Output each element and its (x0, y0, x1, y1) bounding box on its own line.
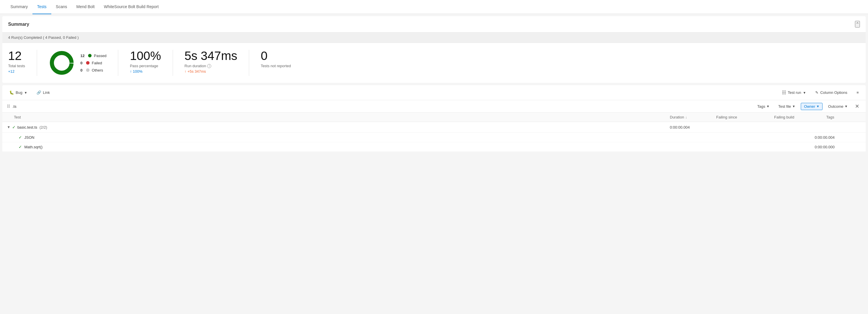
total-tests-number: 12 (8, 50, 25, 62)
test-group-0: ▼ ✓ basic.test.ts (2/2) 0:00:00.004 ✓ JS… (2, 122, 866, 152)
filter-bar: ☷ .ts Tags ▼ Test file ▼ Owner ▼ Outcome (2, 100, 866, 113)
expand-icon: ▼ (7, 125, 10, 129)
pass-percentage-block: 100% Pass percentage ↑ 100% (121, 50, 170, 76)
column-headers: Test Duration ↓ Failing since Failing bu… (2, 113, 866, 122)
row-duration-0: 0:00:00.004 (815, 135, 861, 139)
test-file-filter-button[interactable]: Test file ▼ (775, 103, 799, 110)
group-pass-icon: ✓ (12, 125, 16, 129)
bug-button[interactable]: 🐛 Bug ▼ (7, 89, 30, 96)
filter-right: Tags ▼ Test file ▼ Owner ▼ Outcome ▼ ✕ (754, 102, 861, 110)
col-header-tags: Tags (826, 115, 861, 119)
test-row-0: ✓ JSON 0:00:00.004 (2, 133, 866, 142)
not-reported-value: 0 (261, 50, 291, 62)
legend-others: 0 Others (81, 68, 106, 72)
pass-trend: ↑ 100% (130, 69, 161, 73)
nav-whitesource[interactable]: WhiteSource Bolt Build Report (99, 0, 163, 14)
donut-chart-block: 12 Passed 0 Failed 0 Others (39, 50, 116, 76)
stats-row: 12 Total tests +12 12 Pa (2, 43, 866, 83)
column-options-button[interactable]: ✎ Column Options (813, 89, 849, 96)
not-reported-label: Tests not reported (261, 64, 291, 68)
tags-filter-button[interactable]: Tags ▼ (754, 103, 773, 110)
col-header-test: Test (14, 115, 670, 119)
test-run-chevron-icon: ▼ (803, 91, 806, 94)
summary-section: Summary ⌃ 4 Run(s) Completed ( 4 Passed,… (2, 16, 866, 83)
not-reported-block: 0 Tests not reported (251, 50, 300, 76)
row-name-1: Math.sqrt() (24, 145, 815, 149)
outcome-filter-button[interactable]: Outcome ▼ (825, 103, 851, 110)
divider-3 (173, 50, 173, 76)
divider-1 (37, 50, 37, 76)
summary-title: Summary (8, 22, 29, 27)
row-pass-icon-0: ✓ (19, 135, 22, 139)
col-header-failing-since: Failing since (716, 115, 774, 119)
duration-label: Run duration i (185, 64, 237, 68)
sort-icon: ↓ (685, 115, 687, 119)
filter-prefix-icon: ☷ (7, 104, 10, 108)
pass-percentage-label: Pass percentage (130, 64, 161, 68)
bug-icon: 🐛 (9, 90, 14, 95)
group-count: (2/2) (39, 125, 47, 129)
list-icon: ☷ (782, 90, 786, 95)
table-section: 🐛 Bug ▼ 🔗 Link ☷ Test run ▼ ✎ Column Opt (2, 85, 866, 152)
column-options-icon: ✎ (815, 90, 818, 95)
filter-icon: ≡ (857, 90, 859, 95)
owner-filter-button[interactable]: Owner ▼ (801, 103, 823, 110)
failed-dot (86, 61, 90, 65)
test-file-chevron-icon: ▼ (792, 104, 795, 108)
legend-failed: 0 Failed (81, 61, 106, 65)
row-duration-1: 0:00:00.000 (815, 145, 861, 149)
toolbar-right: ☷ Test run ▼ ✎ Column Options ≡ (780, 89, 861, 96)
others-dot (86, 68, 90, 72)
tags-chevron-icon: ▼ (766, 104, 770, 108)
divider-2 (118, 50, 118, 76)
test-group-header-0[interactable]: ▼ ✓ basic.test.ts (2/2) 0:00:00.004 (2, 122, 866, 133)
link-button[interactable]: 🔗 Link (34, 89, 52, 96)
group-duration: 0:00:00.004 (670, 125, 716, 129)
runs-bar: 4 Run(s) Completed ( 4 Passed, 0 Failed … (2, 32, 866, 43)
total-tests-label: Total tests (8, 64, 25, 68)
passed-dot (88, 54, 92, 57)
duration-block: 5s 347ms Run duration i ↑ +5s 347ms (175, 50, 247, 76)
filter-button[interactable]: ≡ (854, 89, 861, 96)
link-icon: 🔗 (36, 90, 41, 95)
nav-tests[interactable]: Tests (32, 0, 51, 14)
filter-text: .ts (12, 104, 17, 108)
nav-scans[interactable]: Scans (51, 0, 72, 14)
row-name-0: JSON (24, 135, 815, 139)
total-tests-sub: +12 (8, 69, 25, 73)
col-header-duration[interactable]: Duration ↓ (670, 115, 716, 119)
outcome-chevron-icon: ▼ (844, 104, 848, 108)
donut-legend: 12 Passed 0 Failed 0 Others (81, 54, 106, 72)
nav-summary[interactable]: Summary (6, 0, 32, 14)
main-content: Summary ⌃ 4 Run(s) Completed ( 4 Passed,… (0, 16, 868, 152)
test-row-1: ✓ Math.sqrt() 0:00:00.000 (2, 142, 866, 152)
bug-chevron-icon: ▼ (24, 91, 27, 94)
owner-chevron-icon: ▼ (816, 104, 819, 108)
toolbar-left: 🐛 Bug ▼ 🔗 Link (7, 89, 52, 96)
donut-chart (49, 50, 75, 76)
duration-value: 5s 347ms (185, 50, 237, 62)
total-tests-block: 12 Total tests +12 (8, 50, 34, 76)
group-name: basic.test.ts (2/2) (18, 125, 670, 129)
row-pass-icon-1: ✓ (19, 145, 22, 149)
filter-left: ☷ .ts (7, 104, 17, 108)
col-header-failing-build: Failing build (774, 115, 826, 119)
legend-passed: 12 Passed (81, 54, 106, 58)
table-toolbar: 🐛 Bug ▼ 🔗 Link ☷ Test run ▼ ✎ Column Opt (2, 85, 866, 100)
info-icon: i (207, 64, 211, 68)
summary-header: Summary ⌃ (2, 16, 866, 32)
collapse-summary-button[interactable]: ⌃ (855, 21, 860, 28)
close-filter-button[interactable]: ✕ (853, 102, 861, 110)
pass-percentage-value: 100% (130, 50, 161, 62)
svg-point-2 (55, 57, 68, 69)
nav-mend-bolt[interactable]: Mend Bolt (72, 0, 99, 14)
duration-trend: ↑ +5s 347ms (185, 69, 237, 73)
top-navigation: Summary Tests Scans Mend Bolt WhiteSourc… (0, 0, 868, 14)
test-run-button[interactable]: ☷ Test run ▼ (780, 89, 808, 96)
